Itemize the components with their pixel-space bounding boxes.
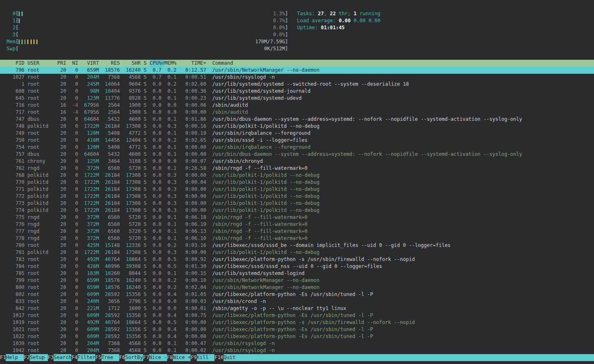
meter-value: 1.3% — [273, 10, 285, 17]
column-header-virt[interactable]: VIRT — [81, 60, 99, 67]
process-row[interactable]: 799root200659M1857616240S0.0 0.20:00.10/… — [0, 277, 594, 284]
process-row[interactable]: 1017root200609M2859215356S0.0 0.40:00.75… — [0, 312, 594, 319]
function-key: F7 — [143, 354, 149, 361]
process-row[interactable]: 749root200120M54084772S0.0 0.10:00.19/us… — [0, 130, 594, 137]
column-header-pri[interactable]: PRI — [57, 60, 66, 67]
process-row[interactable]: 771polkitd2001722M2618417308S0.0 0.30:00… — [0, 186, 594, 193]
process-row[interactable]: 1root200245M140649604S0.0 0.20:02.60/usr… — [0, 81, 594, 88]
column-header-user[interactable]: USER — [28, 60, 54, 67]
cell-cpu: 0.0 — [150, 221, 162, 228]
process-row[interactable]: 773polkitd2001722M2618417308S0.0 0.30:00… — [0, 200, 594, 207]
command-text: /usr/sbin/NetworkManager --no-daemon — [212, 67, 319, 73]
cell-mem: 0.4 — [165, 312, 177, 319]
mem-value: 0.3 — [167, 249, 177, 255]
process-row[interactable]: 777rngd200372M65605720S0.0 0.10:06.13/sb… — [0, 228, 594, 235]
process-row[interactable]: 774polkitd2001722M2618417308S0.0 0.30:00… — [0, 207, 594, 214]
process-row[interactable]: 717root16-46795625641900S0.0 0.00:00.00/… — [0, 109, 594, 116]
process-row[interactable]: 761chrony200125M34643108S0.0 0.00:00.07/… — [0, 158, 594, 165]
column-header-mem[interactable]: MEM% — [165, 60, 177, 67]
process-row[interactable]: 784root200426M4099639308S0.0 0.50:01.30/… — [0, 263, 594, 270]
process-row[interactable]: 783root200492M4076418664S0.0 0.50:00.92/… — [0, 256, 594, 263]
process-row[interactable]: 645root200123M117768928S0.0 0.10:00.23/u… — [0, 95, 594, 102]
process-row[interactable]: 1027root200204M73684568S0.7 0.10:00.51/u… — [0, 74, 594, 81]
column-header-time[interactable]: TIME+ — [179, 60, 206, 67]
nice-value: 0 — [75, 312, 78, 318]
command-text: /usr/lib/polkit-1/polkitd --no-debug — [212, 207, 319, 213]
process-row[interactable]: 770polkitd2001722M2618417308S0.0 0.30:00… — [0, 179, 594, 186]
process-row[interactable]: 1022root200609M2859215356S0.0 0.40:00.00… — [0, 333, 594, 340]
cell-virt: 125M — [81, 158, 99, 165]
process-row[interactable]: 748polkitd2001722M2618417308S0.0 0.30:00… — [0, 123, 594, 130]
cell-user: polkitd — [28, 193, 54, 200]
function-key: F10 — [214, 354, 224, 361]
process-row[interactable]: 833root200240M36562796S0.0 0.00:00.03/us… — [0, 298, 594, 305]
process-row[interactable]: 842root200221M17121600S0.0 0.00:00.01/sb… — [0, 305, 594, 312]
column-header-s[interactable]: S — [144, 60, 146, 67]
process-row[interactable]: 776rngd200372M65605720S0.0 0.10:06.19/sb… — [0, 221, 594, 228]
fnkey-f6-sortby[interactable]: F6SortBy — [119, 354, 143, 361]
fnkey-f7-nice-[interactable]: F7Nice - — [143, 354, 167, 361]
process-row[interactable]: 608root20098M104049376S0.0 0.10:00.36/us… — [0, 88, 594, 95]
process-row[interactable]: 716root16-46795625641900S0.0 0.00:00.06/… — [0, 102, 594, 109]
user-value: root — [28, 312, 40, 318]
cell-res: 5432 — [102, 116, 120, 123]
fnkey-f10-quit[interactable]: F10Quit — [214, 354, 594, 361]
process-row[interactable]: 800root200659M1857616240S0.0 0.20:02.04/… — [0, 284, 594, 291]
process-row[interactable]: 785root200103M102608044S0.0 0.10:00.15/u… — [0, 270, 594, 277]
meter-bar-tick — [33, 40, 35, 44]
cell-mem: 0.2 — [165, 277, 177, 284]
fnkey-f8-nice-[interactable]: F8Nice + — [167, 354, 191, 361]
process-row[interactable]: 768polkitd2001722M2618417308S0.0 0.30:00… — [0, 172, 594, 179]
process-row[interactable]: 747dbus2006460454324600S0.0 0.10:01.86/u… — [0, 116, 594, 123]
column-header-cpu[interactable]: CPU% — [150, 60, 162, 67]
column-header-res[interactable]: RES — [102, 60, 120, 67]
cell-s: S — [144, 144, 146, 151]
process-row[interactable]: 802root200609M2859215356S0.0 0.40:01.05/… — [0, 291, 594, 298]
process-row[interactable]: 754root200120M54084772S0.0 0.10:00.00/us… — [0, 144, 594, 151]
mem-value: 2564 — [108, 109, 120, 115]
process-row[interactable]: 772polkitd2001722M2618417308S0.0 0.30:00… — [0, 193, 594, 200]
cpu-value: 0.0 — [153, 109, 162, 115]
process-row[interactable]: 796root200659M1857616240S0.7 0.20:12.57/… — [0, 67, 594, 74]
cell-shr: 3108 — [123, 158, 141, 165]
fnkey-f5-tree[interactable]: F5Tree — [95, 354, 119, 361]
fnkey-f3-search[interactable]: F3Search — [48, 354, 72, 361]
cell-ni: 0 — [69, 81, 78, 88]
mem-value-megs: 10 — [105, 270, 111, 276]
cell-pid: 716 — [7, 102, 24, 109]
process-row[interactable]: 1019root200492M4076418664S0.0 0.50:00.00… — [0, 319, 594, 326]
process-row[interactable]: 778rngd200372M65605720S0.0 0.10:06.10/sb… — [0, 235, 594, 242]
cell-cpu: 0.0 — [150, 333, 162, 340]
cell-pid: 1027 — [7, 74, 24, 81]
column-header-shr[interactable]: SHR — [123, 60, 141, 67]
cell-s: S — [144, 263, 146, 270]
cell-ni: 0 — [69, 270, 78, 277]
function-label: Quit — [224, 354, 594, 361]
process-row[interactable]: 1021root200609M2859215356S0.0 0.40:00.00… — [0, 326, 594, 333]
process-row[interactable]: 780root200425M1514812336S0.0 0.20:03.16/… — [0, 242, 594, 249]
process-row[interactable]: 781polkitd2001722M2618417308S0.0 0.30:00… — [0, 249, 594, 256]
column-header-pid[interactable]: PID — [7, 60, 24, 67]
mem-value-megs: 28 — [105, 291, 111, 297]
meter-bars — [19, 19, 21, 23]
cell-command: /usr/sbin/rsyslogd -n — [212, 74, 594, 81]
process-row[interactable]: 1039root200204M73684568S0.0 0.10:00.47/u… — [0, 340, 594, 347]
cell-command: /usr/lib/polkit-1/polkitd --no-debug — [212, 123, 594, 130]
mem-value-rest: 184 — [111, 193, 120, 199]
process-row[interactable]: 750root200416M1445612404S0.0 0.20:02.65/… — [0, 137, 594, 144]
fnkey-f2-setup[interactable]: F2Setup — [24, 354, 48, 361]
process-row[interactable]: 1042root200204M73684568S0.0 0.10:00.02/u… — [0, 347, 594, 354]
process-row[interactable]: 757dbus2006460454324600S0.0 0.10:00.00/u… — [0, 151, 594, 158]
mem-value-megs: 10 — [105, 88, 111, 94]
cell-cpu: 0.7 — [150, 67, 162, 74]
column-header-command[interactable]: Command — [212, 60, 594, 67]
process-row[interactable]: 762rngd200372M65605720S0.0 0.10:26.58/sb… — [0, 165, 594, 172]
fnkey-f9-kill[interactable]: F9Kill — [191, 354, 214, 361]
meter-value: 170M/7.59G — [255, 38, 285, 45]
fnkey-f1-help[interactable]: F1Help — [0, 354, 24, 361]
function-key: F8 — [167, 354, 173, 361]
column-header-ni[interactable]: NI — [69, 60, 78, 67]
cell-pri: 20 — [57, 270, 66, 277]
fnkey-f4-filter[interactable]: F4Filter — [71, 354, 95, 361]
process-row[interactable]: 775rngd200372M65605720S0.0 0.10:06.18/sb… — [0, 214, 594, 221]
